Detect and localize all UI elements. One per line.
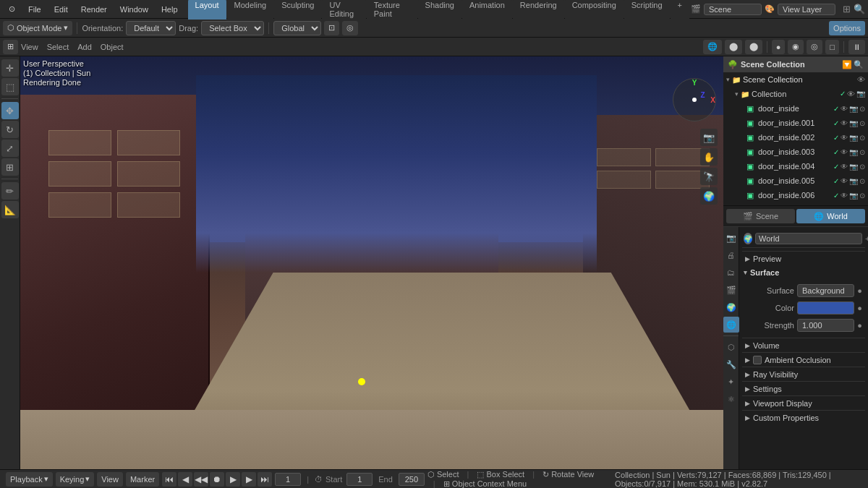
color-menu-icon[interactable]: ● [857, 304, 862, 312]
camera-icon[interactable]: 📷 [849, 134, 858, 142]
ao-checkbox[interactable] [753, 356, 762, 364]
ambient-occlusion-section[interactable]: ▶ Ambient Occlusion [742, 352, 865, 367]
scale-tool[interactable]: ⤢ [1, 140, 19, 157]
render-icon[interactable]: ⊙ [859, 177, 865, 185]
viewport-render-btn[interactable]: ⬤ [745, 40, 762, 54]
surface-section-header[interactable]: ▾ Surface [742, 265, 865, 280]
options-button[interactable]: Options [829, 21, 865, 35]
eye-icon[interactable]: 👁 [841, 119, 848, 127]
world-new-icon[interactable]: + [865, 234, 868, 243]
render-mode-sphere[interactable]: ● [772, 40, 786, 54]
check-icon[interactable]: ✓ [833, 134, 839, 142]
camera-visible-icon[interactable]: 📷 [856, 90, 865, 98]
tab-animation[interactable]: Animation [462, 0, 512, 20]
playback-button[interactable]: Playback ▾ [6, 472, 53, 487]
pause-render-btn[interactable]: ⏸ [848, 40, 865, 54]
render-menu[interactable]: Render [75, 4, 113, 15]
color-picker[interactable] [797, 301, 854, 314]
tab-texture-paint[interactable]: Texture Paint [367, 0, 417, 20]
object-menu[interactable]: Object [101, 43, 124, 51]
tab-compositing[interactable]: Compositing [565, 0, 624, 20]
select-tool[interactable]: ⬚ [1, 78, 19, 95]
volume-section[interactable]: ▶ Volume [742, 338, 865, 352]
transform-tool[interactable]: ⊞ [1, 158, 19, 176]
window-menu[interactable]: Window [114, 4, 154, 15]
outliner-item[interactable]: ▣ door_inside.003 ✓ 👁 📷 ⊙ [723, 145, 868, 159]
jump-start-btn[interactable]: ⏮ [162, 472, 176, 487]
world-tab[interactable]: 🌐 World [796, 209, 865, 223]
reverse-play-btn[interactable]: ◀◀ [194, 472, 208, 487]
outliner-item[interactable]: ▣ door_inside.004 ✓ 👁 📷 ⊙ [723, 159, 868, 174]
check-icon[interactable]: ✓ [833, 105, 839, 113]
prop-tab-scene[interactable]: 🎬 [723, 282, 739, 298]
move-tool[interactable]: ✥ [1, 102, 19, 119]
prop-tab-view-layer[interactable]: 🗂 [723, 265, 739, 281]
check-icon[interactable]: ✓ [833, 192, 839, 200]
add-menu[interactable]: Add [77, 43, 92, 51]
check-icon[interactable]: ✓ [840, 90, 846, 98]
outliner-scene-collection[interactable]: ▾ 📁 Scene Collection 👁 [723, 72, 868, 87]
eye-icon[interactable]: 👁 [857, 75, 865, 84]
viewport-shading-icon[interactable]: 🌐 [703, 40, 722, 54]
camera-icon[interactable]: 📷 [849, 148, 858, 156]
prop-tab-object[interactable]: ⬡ [723, 339, 739, 355]
check-icon[interactable]: ✓ [833, 148, 839, 156]
prop-tab-physics[interactable]: ⚛ [723, 391, 739, 407]
snap-button[interactable]: ⊡ [324, 21, 339, 35]
check-icon[interactable]: ✓ [833, 177, 839, 185]
camera-icon[interactable]: 📷 [849, 119, 858, 127]
eye-icon[interactable]: 👁 [841, 192, 848, 200]
outliner-item[interactable]: ▣ door_inside.005 ✓ 👁 📷 ⊙ [723, 174, 868, 188]
prop-tab-world[interactable]: 🌍 [723, 299, 739, 315]
tab-sculpting[interactable]: Sculpting [274, 0, 321, 20]
preview-section[interactable]: ▶ Preview [742, 251, 865, 265]
zoom-icon[interactable]: 🔭 [700, 168, 718, 185]
prop-tab-active[interactable]: 🌐 [723, 317, 739, 333]
camera-icon[interactable]: 📷 [849, 177, 858, 185]
next-frame-btn[interactable]: ▶ [242, 472, 256, 487]
outliner-item[interactable]: ▣ door_inside.006 ✓ 👁 📷 ⊙ [723, 188, 868, 202]
file-menu[interactable]: File [22, 4, 47, 15]
current-frame-input[interactable] [275, 473, 301, 486]
cursor-tool[interactable]: ✛ [1, 59, 19, 77]
surface-menu-icon[interactable]: ● [857, 286, 862, 295]
orientation-select[interactable]: Default [126, 21, 176, 35]
light-object-dot[interactable] [358, 378, 365, 385]
rotate-tool[interactable]: ↻ [1, 121, 19, 138]
view-button[interactable]: View [97, 472, 123, 487]
eye-icon[interactable]: 👁 [841, 163, 848, 171]
outliner-filter-icon[interactable]: 🔽 [842, 60, 852, 69]
select-menu[interactable]: Select [47, 43, 69, 51]
prop-tab-output[interactable]: 🖨 [723, 247, 739, 263]
outliner-collection[interactable]: ▾ 📁 Collection ✓ 👁 📷 [723, 87, 868, 101]
play-btn[interactable]: ▶ [226, 472, 240, 487]
annotate-tool[interactable]: ✏ [1, 182, 19, 200]
settings-section[interactable]: ▶ Settings [742, 381, 865, 395]
help-menu[interactable]: Help [156, 4, 184, 15]
viewport-solid-btn[interactable]: ⬤ [725, 40, 742, 54]
strength-value[interactable]: 1.000 [797, 319, 854, 332]
view-layer-input[interactable] [778, 4, 835, 15]
render-mode-wire[interactable]: □ [825, 40, 839, 54]
ray-visibility-section[interactable]: ▶ Ray Visibility [742, 367, 865, 381]
world-name-input[interactable] [755, 233, 862, 244]
scene-tab[interactable]: 🎬 Scene [726, 209, 795, 223]
camera-icon[interactable]: 📷 [700, 129, 718, 146]
frame-start-input[interactable] [346, 473, 373, 486]
check-icon[interactable]: ✓ [833, 163, 839, 171]
drag-select[interactable]: Select Box [201, 21, 264, 35]
jump-end-btn[interactable]: ⏭ [258, 472, 272, 487]
tab-rendering[interactable]: Rendering [513, 0, 564, 20]
object-mode-button[interactable]: ⬡ Object Mode ▾ [3, 21, 72, 35]
check-icon[interactable]: ✓ [833, 119, 839, 127]
marker-button[interactable]: Marker [126, 472, 159, 487]
strength-menu-icon[interactable]: ● [857, 321, 862, 330]
viewport[interactable]: User Perspective (1) Collection | Sun Re… [20, 56, 723, 469]
prop-tab-particles[interactable]: ✦ [723, 374, 739, 390]
camera-icon[interactable]: 📷 [849, 163, 858, 171]
viewport-gizmo[interactable]: X Y Z [673, 78, 716, 121]
render-mode-env[interactable]: ◎ [807, 40, 822, 54]
eye-icon[interactable]: 👁 [841, 148, 848, 156]
render-icon[interactable]: ⊙ [859, 105, 865, 113]
outliner-search-icon[interactable]: 🔍 [854, 60, 864, 69]
